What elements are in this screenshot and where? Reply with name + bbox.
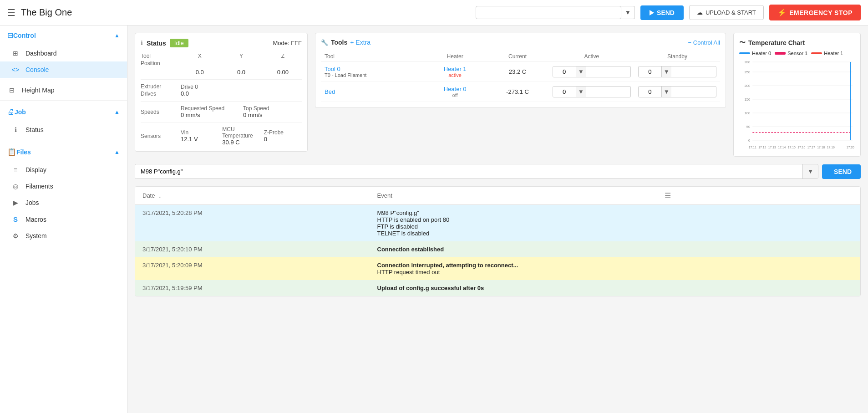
event-content: Upload of config.g successful after 0s bbox=[370, 280, 861, 296]
col-heater: Heater bbox=[424, 51, 486, 62]
upload-start-button[interactable]: ☁ UPLOAD & START bbox=[689, 5, 764, 20]
sidebar-item-jobs[interactable]: ▶ Jobs bbox=[0, 194, 127, 211]
bed-current: -273.1 C bbox=[486, 82, 548, 102]
extruder-drives-label: ExtruderDrives bbox=[141, 83, 177, 97]
col-tool: Tool bbox=[321, 51, 424, 62]
control-all-link[interactable]: − Control All bbox=[688, 39, 720, 46]
sidebar-header-job[interactable]: 🖨 Job ▲ bbox=[0, 102, 127, 122]
chart-legend: Heater 0 Sensor 1 Heater 1 bbox=[739, 51, 855, 56]
event-content: M98 P"config.g" HTTP is enabled on port … bbox=[370, 205, 861, 242]
status-badge: Idle bbox=[170, 39, 188, 47]
menu-icon[interactable]: ☰ bbox=[7, 7, 15, 18]
bed-active-dropdown[interactable]: ▼ bbox=[576, 87, 586, 97]
sidebar-item-console-label: Console bbox=[25, 66, 49, 73]
chart-panel: 〜 Temperature Chart Heater 0 Sensor 1 He… bbox=[733, 33, 861, 157]
svg-text:17:16: 17:16 bbox=[797, 146, 805, 149]
content-area: ℹ Status Idle Mode: FFF ToolPosition X Y… bbox=[127, 25, 868, 413]
extra-link[interactable]: + Extra bbox=[350, 39, 371, 46]
sidebar-item-macros[interactable]: S Macros bbox=[0, 211, 127, 228]
legend-heater0-color bbox=[739, 52, 750, 54]
sidebar-item-status-label: Status bbox=[25, 126, 44, 133]
sliders-icon: ⊟ bbox=[7, 31, 13, 40]
sidebar-item-dashboard[interactable]: ⊞ Dashboard bbox=[0, 45, 127, 61]
heater1-status: active bbox=[427, 72, 482, 78]
header-command-input[interactable] bbox=[476, 6, 621, 19]
heightmap-icon: ⊟ bbox=[7, 87, 16, 94]
tools-title: Tools bbox=[331, 39, 347, 46]
table-row: 3/17/2021, 5:20:10 PM Connection establi… bbox=[135, 241, 860, 257]
event-content: Connection established bbox=[370, 241, 861, 257]
legend-sensor1-color bbox=[775, 52, 786, 55]
svg-text:100: 100 bbox=[744, 111, 751, 115]
sidebar-item-status[interactable]: ℹ Status bbox=[0, 122, 127, 138]
table-row: 3/17/2021, 5:20:09 PM Connection interru… bbox=[135, 257, 860, 280]
sidebar-section-files: 📋 Files ▲ ≡ Display ◎ Filaments ▶ Jobs S… bbox=[0, 142, 127, 244]
bed-active-input[interactable] bbox=[553, 87, 576, 97]
chevron-up-files-icon: ▲ bbox=[114, 149, 120, 155]
sidebar-item-filaments[interactable]: ◎ Filaments bbox=[0, 178, 127, 194]
mcu-temp-value: 30.9 C bbox=[222, 139, 260, 146]
col-current: Current bbox=[486, 51, 548, 62]
console-dropdown-button[interactable]: ▼ bbox=[802, 164, 818, 178]
col-active: Active bbox=[549, 51, 635, 62]
table-row: 3/17/2021, 5:20:28 PM M98 P"config.g" HT… bbox=[135, 205, 860, 242]
tool0-standby-input[interactable] bbox=[639, 66, 661, 77]
sidebar-section-files-label: Files bbox=[16, 148, 31, 156]
svg-text:17:11: 17:11 bbox=[749, 146, 756, 149]
bed-standby-input[interactable] bbox=[639, 87, 661, 97]
y-value: 0.0 bbox=[222, 69, 260, 76]
svg-text:50: 50 bbox=[746, 125, 751, 129]
heater0-link[interactable]: Heater 0 bbox=[427, 86, 482, 92]
sidebar-section-control: ⊟ Control ▲ ⊞ Dashboard <> Console bbox=[0, 25, 127, 78]
table-row: Bed Heater 0 off -273.1 C ▼ bbox=[321, 82, 720, 102]
col-standby: Standby bbox=[635, 51, 720, 62]
sidebar-item-console[interactable]: <> Console bbox=[0, 61, 127, 78]
heater0-status: off bbox=[427, 92, 482, 98]
heater0-cell: Heater 0 off bbox=[424, 82, 486, 102]
upload-icon: ☁ bbox=[697, 9, 703, 16]
vin-label: Vin bbox=[181, 129, 218, 136]
dashboard-icon: ⊞ bbox=[11, 50, 20, 57]
info-icon: ℹ bbox=[11, 126, 20, 133]
events-menu-icon[interactable]: ☰ bbox=[665, 192, 671, 199]
sidebar-item-display[interactable]: ≡ Display bbox=[0, 162, 127, 178]
main-layout: ⊟ Control ▲ ⊞ Dashboard <> Console ⊟ Hei… bbox=[0, 25, 868, 413]
mcu-temp-label: MCU Temperature bbox=[222, 126, 260, 139]
drive0-value: 0.0 bbox=[181, 90, 302, 97]
z-header: Z bbox=[264, 53, 302, 67]
chart-title: 〜 Temperature Chart bbox=[739, 39, 855, 47]
sidebar-item-heightmap-label: Height Map bbox=[22, 87, 55, 94]
sidebar-header-files[interactable]: 📋 Files ▲ bbox=[0, 142, 127, 162]
z-value: 0.00 bbox=[264, 69, 302, 76]
sidebar-item-display-label: Display bbox=[25, 166, 46, 173]
header-command-dropdown[interactable]: ▼ bbox=[621, 6, 635, 19]
heater1-link[interactable]: Heater 1 bbox=[427, 66, 482, 72]
svg-text:17:19: 17:19 bbox=[827, 146, 835, 149]
events-table: Date ↓ Event ☰ 3/17/2021, 5:20:28 PM M98… bbox=[135, 187, 860, 296]
sidebar: ⊟ Control ▲ ⊞ Dashboard <> Console ⊟ Hei… bbox=[0, 25, 127, 413]
console-send-button[interactable]: SEND bbox=[822, 164, 861, 179]
bed-link[interactable]: Bed bbox=[325, 88, 420, 95]
sensors-label: Sensors bbox=[141, 133, 177, 139]
tools-table: Tool Heater Current Active Standby Tool … bbox=[321, 51, 720, 102]
tool0-active-input[interactable] bbox=[553, 66, 576, 77]
sidebar-header-control[interactable]: ⊟ Control ▲ bbox=[0, 25, 127, 45]
header-send-button[interactable]: SEND bbox=[640, 5, 684, 20]
tool0-standby-dropdown[interactable]: ▼ bbox=[661, 66, 671, 77]
system-icon: ⚙ bbox=[11, 232, 20, 240]
console-input[interactable] bbox=[135, 164, 802, 178]
svg-text:17:15: 17:15 bbox=[788, 146, 796, 149]
heater1-cell: Heater 1 active bbox=[424, 62, 486, 82]
tool0-link[interactable]: Tool 0 bbox=[325, 66, 420, 72]
sidebar-item-system[interactable]: ⚙ System bbox=[0, 228, 127, 244]
play-icon bbox=[650, 10, 654, 15]
svg-text:280: 280 bbox=[744, 60, 751, 64]
emergency-stop-button[interactable]: ⚡ EMERGENCY STOP bbox=[769, 5, 861, 20]
display-icon: ≡ bbox=[11, 166, 20, 173]
bed-standby-dropdown[interactable]: ▼ bbox=[661, 87, 671, 97]
tool0-active-dropdown[interactable]: ▼ bbox=[576, 66, 586, 77]
sidebar-item-macros-label: Macros bbox=[25, 216, 46, 223]
sidebar-item-heightmap[interactable]: ⊟ Height Map bbox=[0, 82, 127, 98]
top-speed-label: Top Speed bbox=[243, 105, 302, 112]
event-date: 3/17/2021, 5:19:59 PM bbox=[135, 280, 370, 296]
